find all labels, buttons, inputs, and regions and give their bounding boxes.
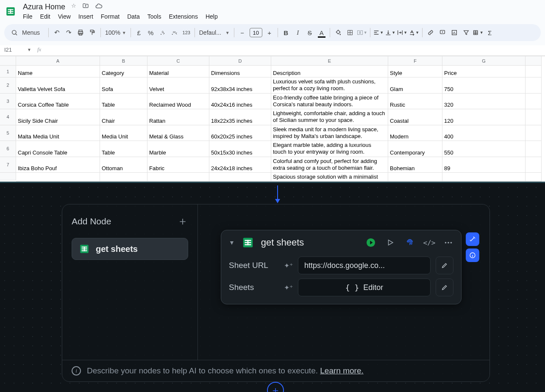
insert-comment-icon[interactable]	[437, 27, 448, 38]
cell[interactable]: Name	[16, 66, 100, 77]
name-box[interactable]: I21▼	[4, 47, 31, 53]
cell[interactable]: 320	[442, 94, 526, 110]
cell[interactable]	[100, 173, 147, 182]
cell[interactable]	[209, 173, 271, 182]
cell[interactable]: 400	[442, 125, 526, 141]
more-dots-icon[interactable]: •••	[444, 238, 453, 247]
cell[interactable]	[388, 173, 442, 182]
cell[interactable]: Luxurious velvet sofa with plush cushion…	[271, 77, 388, 94]
col-header[interactable]: B	[100, 56, 147, 66]
cell[interactable]: 550	[442, 141, 526, 157]
add-node-circle-button[interactable]: ＋	[267, 382, 284, 392]
cell[interactable]: 92x38x34 inches	[209, 77, 271, 94]
cell[interactable]: Ibiza Boho Pouf	[16, 157, 100, 173]
col-header[interactable]: F	[388, 56, 442, 66]
row-header[interactable]: 7	[0, 157, 16, 173]
cloud-status-icon[interactable]	[95, 3, 103, 11]
fill-color-button[interactable]	[333, 27, 344, 38]
cell[interactable]: Material	[147, 66, 209, 77]
cell[interactable]: Dimensions	[209, 66, 271, 77]
cell[interactable]: Fabric	[147, 157, 209, 173]
cell[interactable]: Metal & Glass	[147, 125, 209, 141]
text-wrap-button[interactable]: ▼	[397, 27, 408, 38]
functions-sigma-icon[interactable]: Σ	[484, 27, 495, 38]
cell[interactable]: Sleek media unit for a modern living spa…	[271, 125, 388, 141]
ai-sparkle-icon[interactable]: ✦⁺	[284, 262, 293, 270]
increase-decimal-icon[interactable]: 00	[169, 27, 180, 38]
zoom-select[interactable]: 100%▼	[103, 29, 128, 36]
font-size-input[interactable]: 10	[250, 28, 262, 37]
bold-button[interactable]: B	[281, 27, 292, 38]
edit-url-button[interactable]	[436, 257, 453, 274]
node-list-item[interactable]: get sheets	[72, 238, 188, 260]
cell[interactable]: 89	[442, 157, 526, 173]
cell[interactable]: Rustic	[388, 94, 442, 110]
borders-button[interactable]	[345, 27, 356, 38]
cell[interactable]	[16, 173, 100, 182]
cell[interactable]	[526, 77, 542, 94]
cell[interactable]	[526, 157, 542, 173]
decrease-decimal-icon[interactable]: 0	[157, 27, 168, 38]
format-123-button[interactable]: 123	[181, 27, 192, 38]
cell[interactable]	[526, 109, 542, 125]
run-play-icon[interactable]	[366, 238, 375, 247]
horizontal-align-button[interactable]: ▼	[373, 27, 384, 38]
menu-format[interactable]: Format	[101, 13, 120, 20]
cell[interactable]: Media Unit	[100, 125, 147, 141]
cell[interactable]: Price	[442, 66, 526, 77]
cell[interactable]: Chair	[100, 109, 147, 125]
cell[interactable]	[526, 125, 542, 141]
decrease-font-icon[interactable]: −	[237, 27, 248, 38]
cell[interactable]: Marble	[147, 141, 209, 157]
col-header[interactable]: G	[442, 56, 526, 66]
cell[interactable]: Spacious storage solution with a minimal…	[271, 173, 388, 182]
cell[interactable]: Ottoman	[100, 157, 147, 173]
cell[interactable]: 24x24x18 inches	[209, 157, 271, 173]
row-header[interactable]: 5	[0, 125, 16, 141]
italic-button[interactable]: I	[292, 27, 303, 38]
cell[interactable]: Coastal	[388, 109, 442, 125]
cell[interactable]: Style	[388, 66, 442, 77]
col-header[interactable]: A	[16, 56, 100, 66]
move-folder-icon[interactable]	[82, 3, 89, 11]
cell[interactable]: Eco-friendly coffee table bringing a pie…	[271, 94, 388, 110]
search-menus-button[interactable]: Menus	[7, 28, 46, 38]
row-header[interactable]: 2	[0, 77, 16, 94]
cell[interactable]: Velvet	[147, 77, 209, 94]
document-title[interactable]: Azura Home	[23, 3, 65, 11]
cell[interactable]: Bohemian	[388, 157, 442, 173]
row-header[interactable]: 3	[0, 94, 16, 110]
cell[interactable]: 40x24x16 inches	[209, 94, 271, 110]
magic-wand-button[interactable]	[466, 232, 479, 246]
cell[interactable]	[526, 94, 542, 110]
star-icon[interactable]: ☆	[71, 3, 76, 11]
cell[interactable]: Reclaimed Wood	[147, 94, 209, 110]
filter-icon[interactable]	[461, 27, 472, 38]
cell[interactable]: 120	[442, 109, 526, 125]
cell[interactable]: Sicily Side Chair	[16, 109, 100, 125]
text-rotation-button[interactable]: ▼	[409, 27, 420, 38]
edit-sheets-button[interactable]	[436, 279, 453, 296]
cell[interactable]: Corsica Coffee Table	[16, 94, 100, 110]
row-header[interactable]: 6	[0, 141, 16, 157]
select-all-cell[interactable]	[0, 56, 16, 66]
col-header[interactable]: D	[209, 56, 271, 66]
cell[interactable]	[526, 141, 542, 157]
cell[interactable]: Valletta Velvet Sofa	[16, 77, 100, 94]
strikethrough-button[interactable]: S	[304, 27, 315, 38]
cell[interactable]: 18x22x35 inches	[209, 109, 271, 125]
cell[interactable]: Capri Console Table	[16, 141, 100, 157]
cell[interactable]: 60x20x25 inches	[209, 125, 271, 141]
table-view-icon[interactable]: ▼	[473, 27, 484, 38]
workflow-canvas[interactable]: Add Node ＋ get sheets ▼ get sheets	[0, 182, 545, 392]
fingerprint-icon[interactable]	[405, 238, 414, 247]
menu-extensions[interactable]: Extensions	[169, 13, 197, 20]
menu-data[interactable]: Data	[127, 13, 140, 20]
font-select[interactable]: Defaul...▼	[197, 29, 231, 36]
sheets-editor-input[interactable]: { } Editor	[298, 279, 431, 296]
cell[interactable]: Description	[271, 66, 388, 77]
cell[interactable]: Malta Media Unit	[16, 125, 100, 141]
col-header[interactable]: C	[147, 56, 209, 66]
insert-link-icon[interactable]	[425, 27, 436, 38]
menu-edit[interactable]: Edit	[40, 13, 50, 20]
